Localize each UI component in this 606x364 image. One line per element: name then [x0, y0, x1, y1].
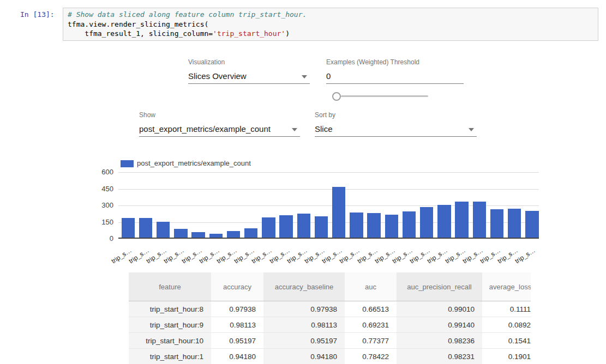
column-header[interactable]: average_loss [482, 272, 531, 301]
metric-cell: 0.94180 [211, 349, 263, 364]
bar[interactable] [455, 202, 469, 239]
metric-cell: 0.1901 [482, 349, 531, 364]
bar[interactable] [350, 213, 363, 239]
bar[interactable] [157, 222, 170, 239]
metrics-table-container: featureaccuracyaccuracy_baselineaucauc_p… [129, 272, 531, 364]
metric-cell: 0.99140 [397, 317, 482, 333]
feature-cell: trip_start_hour:9 [129, 317, 211, 333]
bar[interactable] [437, 205, 451, 239]
gridline [118, 172, 539, 173]
gridline [118, 189, 539, 190]
bar[interactable] [279, 215, 293, 239]
metric-cell: 0.69231 [345, 317, 397, 333]
metric-cell: 0.78422 [345, 349, 397, 364]
metric-cell: 0.66513 [345, 301, 397, 317]
table-row: trip_start_hour:80.979380.979380.665130.… [129, 301, 531, 317]
bar[interactable] [262, 217, 275, 239]
x-axis-line [118, 238, 539, 239]
table-row: trip_start_hour:90.981130.981130.692310.… [129, 317, 531, 333]
bar[interactable] [315, 216, 328, 239]
bar[interactable] [490, 209, 504, 239]
column-header[interactable]: accuracy_baseline [263, 272, 345, 301]
bar[interactable] [403, 211, 416, 239]
feature-cell: trip_start_hour:8 [129, 301, 211, 317]
bar[interactable] [122, 218, 135, 239]
metric-cell: 0.97938 [263, 301, 345, 317]
column-header[interactable]: auc_precision_recall [397, 272, 482, 301]
bar[interactable] [332, 187, 346, 239]
bar[interactable] [508, 209, 521, 239]
bar[interactable] [420, 207, 434, 239]
metric-cell: 0.99010 [397, 301, 482, 317]
bar[interactable] [367, 213, 381, 239]
notebook-page: In [13]: # Show data sliced along featur… [0, 0, 606, 364]
metric-cell: 0.77377 [345, 333, 397, 349]
metrics-table: featureaccuracyaccuracy_baselineaucauc_p… [129, 272, 531, 364]
metric-cell: 0.98236 [397, 333, 482, 349]
metric-cell: 0.98113 [263, 317, 345, 333]
bar[interactable] [297, 214, 311, 239]
column-header[interactable]: accuracy [211, 272, 263, 301]
metric-cell: 0.95197 [211, 333, 263, 349]
column-header[interactable]: feature [129, 272, 211, 301]
bar[interactable] [473, 202, 487, 239]
feature-cell: trip_start_hour:1 [129, 349, 211, 364]
bar[interactable] [385, 215, 399, 239]
metric-cell: 0.98113 [211, 317, 263, 333]
metric-cell: 0.0892 [482, 317, 531, 333]
table-header-row: featureaccuracyaccuracy_baselineaucauc_p… [129, 272, 531, 301]
feature-cell: trip_start_hour:10 [129, 333, 211, 349]
metric-cell: 0.95197 [263, 333, 345, 349]
metric-cell: 0.97938 [211, 301, 263, 317]
bar[interactable] [525, 211, 539, 239]
metric-cell: 0.1541 [482, 333, 531, 349]
metric-cell: 0.1111 [482, 301, 531, 317]
table-row: trip_start_hour:100.951970.951970.773770… [129, 333, 531, 349]
metric-cell: 0.98231 [397, 349, 482, 364]
bar[interactable] [139, 218, 153, 239]
column-header[interactable]: auc [345, 272, 397, 301]
table-row: trip_start_hour:10.941800.941800.784220.… [129, 349, 531, 364]
metric-cell: 0.94180 [263, 349, 345, 364]
